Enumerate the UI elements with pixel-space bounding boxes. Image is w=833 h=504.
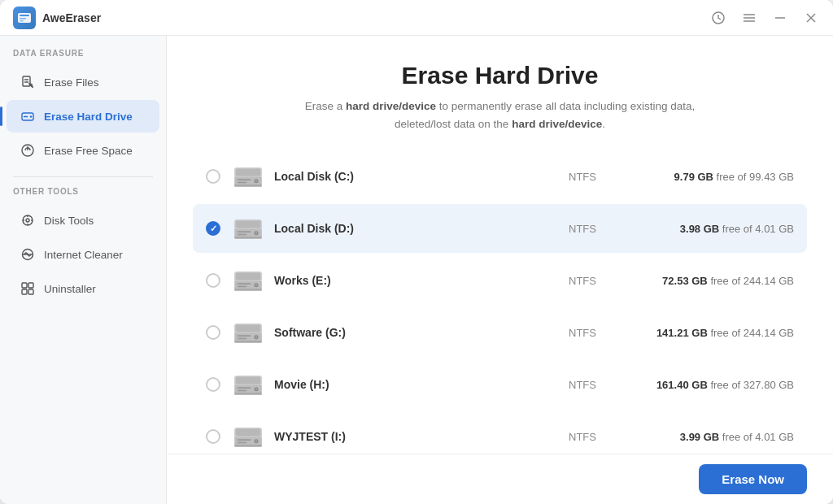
subtitle-link-2: hard drive/device [512,118,602,130]
minimize-button[interactable] [771,9,789,27]
svg-rect-29 [28,283,33,288]
svg-point-85 [255,441,258,443]
main-content: Erase Hard Drive Erase a hard drive/devi… [167,36,833,504]
sidebar-item-erase-files[interactable]: Erase Files [7,66,159,98]
drive-row-g[interactable]: Software (G:) NTFS 141.21 GB free of 244… [193,308,807,357]
drive-row-c[interactable]: Local Disk (C:) NTFS 9.79 GB free of 99.… [193,152,807,201]
drive-space-g: 141.21 GB free of 244.14 GB [615,327,794,339]
drive-radio-i [206,429,220,444]
sidebar-item-internet-cleaner-label: Internet Cleaner [44,249,123,261]
svg-rect-82 [238,440,251,441]
erase-now-button[interactable]: Erase Now [699,464,807,494]
drive-fs-i: NTFS [550,431,615,443]
svg-rect-55 [238,284,251,285]
drive-name-g: Software (G:) [274,326,550,339]
drive-radio-d [206,221,220,236]
svg-rect-28 [22,283,27,288]
svg-rect-45 [234,237,261,239]
sidebar-item-erase-hard-drive[interactable]: Erase Hard Drive [7,100,159,133]
svg-rect-46 [238,232,251,233]
close-button[interactable] [802,9,820,27]
drive-row-i[interactable]: WYJTEST (I:) NTFS 3.99 GB free of 4.01 G… [193,412,807,454]
svg-rect-43 [236,221,260,228]
drive-fs-d: NTFS [550,223,615,235]
drive-name-d: Local Disk (D:) [274,222,550,235]
svg-rect-65 [238,338,247,340]
titlebar-controls [709,9,820,27]
svg-point-76 [255,389,258,391]
sidebar-section-other-tools: OTHER TOOLS [0,187,166,202]
drive-fs-g: NTFS [550,327,615,339]
drive-name-c: Local Disk (C:) [274,170,550,183]
svg-rect-3 [20,20,24,22]
drive-name-e: Works (E:) [274,274,550,287]
drive-icon-h [232,370,264,399]
sidebar-section-data-erasure: DATA ERASURE [0,49,166,64]
titlebar: AweEraser [0,0,833,36]
drive-space-i: 3.99 GB free of 4.01 GB [615,431,794,443]
drive-icon-d [232,214,264,243]
svg-rect-74 [238,390,247,392]
sidebar-item-erase-hard-drive-label: Erase Hard Drive [44,111,133,123]
svg-rect-31 [28,289,33,294]
erase-free-space-icon [20,142,36,159]
svg-point-49 [255,232,258,235]
drive-fs-h: NTFS [550,379,615,391]
drive-list: Local Disk (C:) NTFS 9.79 GB free of 99.… [167,146,833,454]
page-subtitle: Erase a hard drive/device to permanently… [273,98,728,133]
drive-space-c: 9.79 GB free of 99.43 GB [615,171,794,183]
svg-rect-56 [238,286,247,288]
sidebar-item-erase-free-space-label: Erase Free Space [44,145,133,157]
svg-point-21 [26,219,29,222]
disk-tools-icon [20,212,36,228]
page-title: Erase Hard Drive [199,62,800,89]
svg-point-16 [30,115,32,117]
sidebar-item-disk-tools-label: Disk Tools [44,215,94,227]
sidebar-item-erase-files-label: Erase Files [44,76,99,89]
history-button[interactable] [709,9,727,27]
menu-button[interactable] [740,9,758,27]
sidebar-divider [13,176,153,177]
svg-rect-1 [20,15,29,16]
app-title: AweEraser [42,11,101,24]
svg-rect-30 [22,289,27,294]
svg-rect-79 [236,429,260,436]
drive-row-d[interactable]: Local Disk (D:) NTFS 3.98 GB free of 4.0… [193,204,807,253]
svg-point-67 [255,337,258,339]
drive-radio-e [206,273,220,288]
svg-rect-61 [236,325,260,332]
erase-hard-drive-icon [20,108,36,124]
svg-rect-83 [238,442,247,444]
main-header: Erase Hard Drive Erase a hard drive/devi… [167,36,833,146]
svg-rect-37 [238,180,251,181]
drive-radio-c [206,169,220,184]
drive-icon-e [232,266,264,295]
svg-rect-34 [236,169,260,176]
drive-row-e[interactable]: Works (E:) NTFS 72.53 GB free of 244.14 … [193,256,807,305]
svg-rect-64 [238,336,251,337]
sidebar-item-internet-cleaner[interactable]: Internet Cleaner [7,238,159,271]
svg-rect-70 [236,377,260,384]
svg-rect-36 [234,185,261,187]
drive-row-h[interactable]: Movie (H:) NTFS 161.40 GB free of 327.80… [193,360,807,409]
drive-fs-e: NTFS [550,275,615,287]
svg-rect-72 [234,393,261,395]
content-area: DATA ERASURE Erase Files [0,36,833,504]
internet-cleaner-icon [20,246,36,263]
drive-name-i: WYJTEST (I:) [274,430,550,443]
svg-rect-2 [20,18,26,20]
svg-rect-52 [236,273,260,280]
drive-radio-g [206,325,220,340]
sidebar-item-disk-tools[interactable]: Disk Tools [7,204,159,237]
subtitle-link-1: hard drive/device [346,100,436,112]
erase-files-icon [20,74,36,90]
drive-icon-c [232,162,264,191]
sidebar-item-uninstaller[interactable]: Uninstaller [7,272,159,305]
app-icon [13,7,36,29]
svg-rect-73 [238,388,251,389]
footer: Erase Now [167,454,833,504]
drive-name-h: Movie (H:) [274,378,550,391]
sidebar-item-erase-free-space[interactable]: Erase Free Space [7,134,159,167]
drive-fs-c: NTFS [550,171,615,183]
drive-space-d: 3.98 GB free of 4.01 GB [615,223,794,235]
